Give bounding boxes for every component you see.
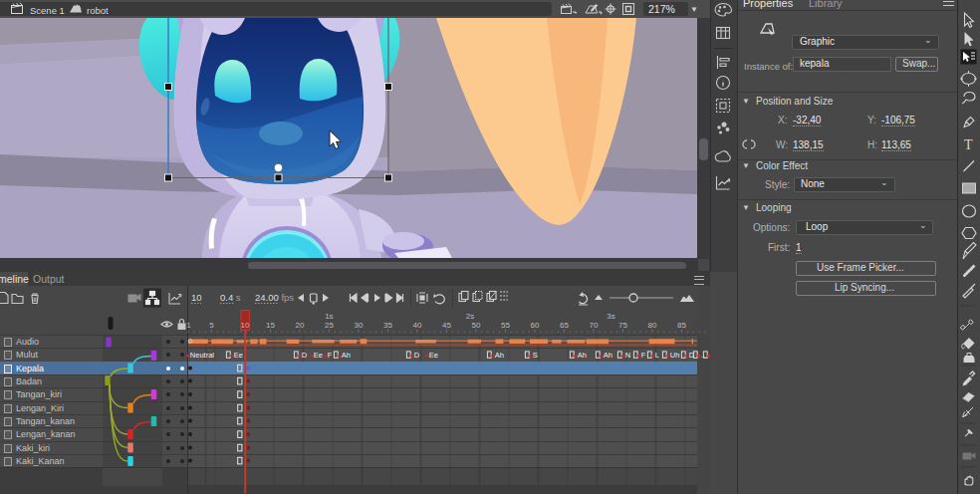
svg-text:L: L [655,351,659,360]
svg-text:Ah: Ah [578,351,587,360]
svg-text:15: 15 [266,321,275,330]
svg-text:75: 75 [618,321,627,330]
svg-text:65: 65 [560,321,569,330]
svg-text:D: D [414,351,420,360]
svg-text:3s: 3s [607,312,614,321]
svg-text:20: 20 [295,321,304,330]
svg-text:F: F [328,351,333,360]
svg-text:0.4 s: 0.4 s [220,292,241,303]
svg-text:Ee: Ee [314,351,323,360]
svg-text:S: S [533,351,538,360]
svg-text:55: 55 [501,321,510,330]
svg-text:Ee: Ee [234,351,243,360]
svg-text:45: 45 [442,321,451,330]
svg-text:Neutral: Neutral [190,351,215,360]
svg-text:5: 5 [209,321,214,330]
svg-text:Ah: Ah [342,351,351,360]
svg-text:25: 25 [325,321,334,330]
svg-text:Ah: Ah [495,351,504,360]
svg-text:35: 35 [383,321,392,330]
svg-text:F: F [641,351,646,360]
svg-text:10: 10 [241,321,250,330]
svg-text:N: N [625,351,630,360]
svg-text:Ee: Ee [429,351,438,360]
svg-text:2s: 2s [466,312,474,321]
svg-text:1s: 1s [325,312,333,321]
svg-text:80: 80 [647,321,656,330]
svg-text:D: D [302,351,308,360]
svg-text:70: 70 [589,321,598,330]
svg-text:60: 60 [530,321,539,330]
svg-text:1: 1 [186,321,191,330]
svg-text:85: 85 [677,321,686,330]
svg-text:10: 10 [191,292,202,303]
svg-text:30: 30 [354,321,363,330]
svg-text:24.00 fps: 24.00 fps [255,292,294,303]
svg-text:50: 50 [471,321,480,330]
svg-text:T: T [964,137,973,152]
svg-text:Ah: Ah [604,351,612,360]
svg-text:Uh: Uh [670,351,680,360]
svg-text:40: 40 [412,321,421,330]
